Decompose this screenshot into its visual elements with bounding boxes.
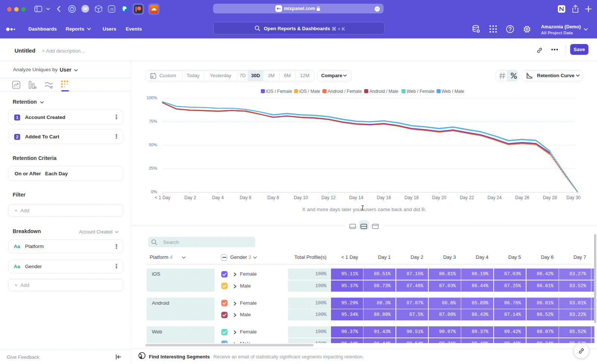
- svg-text:JS: JS: [110, 7, 114, 11]
